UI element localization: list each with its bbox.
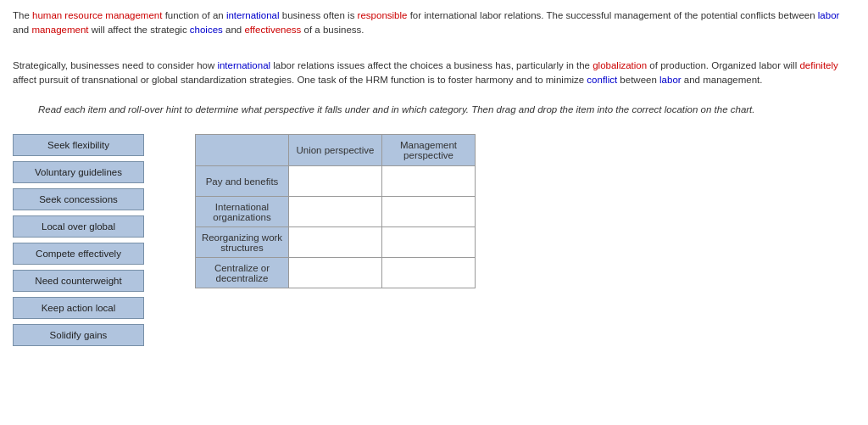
drop-cell-union-reorg-work[interactable] (289, 227, 382, 258)
drag-item-local-over-global[interactable]: Local over global (13, 215, 144, 238)
drop-cell-mgmt-reorg-work[interactable] (382, 227, 476, 258)
main-area: Seek flexibility Voluntary guidelines Se… (13, 134, 855, 346)
items-column: Seek flexibility Voluntary guidelines Se… (13, 134, 144, 346)
drop-cell-union-intl-org[interactable] (289, 197, 382, 227)
drag-item-compete-effectively[interactable]: Compete effectively (13, 243, 144, 265)
drop-cell-mgmt-pay-benefits[interactable] (382, 166, 476, 197)
drag-item-solidify-gains[interactable]: Solidify gains (13, 324, 144, 346)
chart-row-centralize: Centralize or decentralize (196, 258, 476, 288)
chart-category-pay-benefits: Pay and benefits (196, 166, 289, 197)
drag-item-seek-concessions[interactable]: Seek concessions (13, 188, 144, 210)
drag-item-need-counterweight[interactable]: Need counterweight (13, 270, 144, 292)
intro-paragraph-1: The human resource management function o… (13, 8, 855, 38)
drag-item-seek-flexibility[interactable]: Seek flexibility (13, 134, 144, 156)
chart-area: Union perspective Management perspective… (195, 134, 476, 346)
chart-table: Union perspective Management perspective… (195, 134, 476, 288)
chart-header-union: Union perspective (289, 135, 382, 166)
chart-category-intl-org: International organizations (196, 197, 289, 227)
drop-cell-mgmt-centralize[interactable] (382, 258, 476, 288)
chart-row-reorg-work: Reorganizing work structures (196, 227, 476, 258)
chart-category-centralize: Centralize or decentralize (196, 258, 289, 288)
drop-cell-union-centralize[interactable] (289, 258, 382, 288)
drop-cell-union-pay-benefits[interactable] (289, 166, 382, 197)
chart-header-category (196, 135, 289, 166)
instructions-text: Read each item and roll-over hint to det… (38, 103, 855, 117)
intro-paragraph-2: Strategically, businesses need to consid… (13, 59, 855, 88)
drop-cell-mgmt-intl-org[interactable] (382, 197, 476, 227)
chart-category-reorg-work: Reorganizing work structures (196, 227, 289, 258)
drag-item-keep-action-local[interactable]: Keep action local (13, 297, 144, 319)
chart-row-intl-org: International organizations (196, 197, 476, 227)
chart-header-management: Management perspective (382, 135, 476, 166)
chart-row-pay-benefits: Pay and benefits (196, 166, 476, 197)
drag-item-voluntary-guidelines[interactable]: Voluntary guidelines (13, 161, 144, 183)
